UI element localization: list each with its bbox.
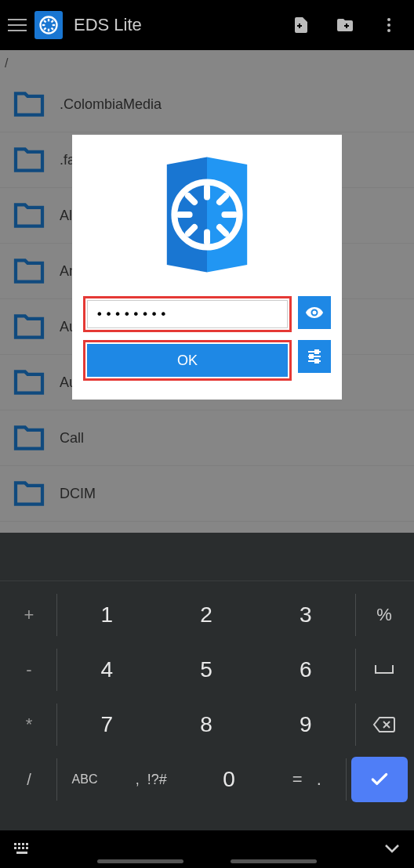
navigation-bar [0, 830, 414, 868]
key-percent[interactable]: % [356, 588, 412, 642]
new-folder-icon[interactable] [336, 16, 354, 34]
menu-icon[interactable] [6, 14, 28, 36]
key-enter[interactable] [351, 757, 408, 802]
key-1[interactable]: 1 [57, 588, 157, 642]
key-3[interactable]: 3 [256, 588, 355, 642]
keyboard-suggestion-bar[interactable] [0, 533, 414, 581]
nav-home[interactable] [231, 859, 317, 863]
key-slash[interactable]: / [27, 771, 31, 789]
key-5[interactable]: 5 [157, 642, 256, 697]
svg-rect-38 [26, 847, 28, 849]
keyboard-hide-icon[interactable] [384, 844, 400, 855]
key-plus[interactable]: + [2, 588, 56, 642]
svg-rect-31 [14, 843, 16, 845]
eye-icon [305, 303, 324, 322]
key-4[interactable]: 4 [57, 642, 157, 697]
soft-keyboard: + 1 2 3 % - 4 5 6 * 7 8 9 [0, 533, 414, 830]
svg-line-8 [52, 20, 53, 22]
key-asterisk[interactable]: * [2, 697, 56, 752]
svg-rect-28 [315, 360, 318, 363]
settings-button[interactable] [298, 340, 331, 373]
key-symbols[interactable]: , !?# [112, 752, 190, 807]
key-space[interactable] [356, 642, 412, 697]
key-6[interactable]: 6 [256, 642, 355, 697]
tune-icon [305, 347, 324, 366]
nav-recent[interactable] [97, 859, 183, 863]
app-logo-icon [34, 11, 63, 39]
svg-line-5 [44, 20, 45, 22]
svg-rect-32 [18, 843, 20, 845]
key-2[interactable]: 2 [157, 588, 256, 642]
svg-rect-34 [26, 843, 28, 845]
svg-line-22 [220, 196, 226, 202]
svg-line-20 [220, 227, 226, 233]
svg-point-10 [387, 24, 390, 27]
key-equals-dot[interactable]: = . [268, 752, 346, 807]
svg-rect-24 [315, 350, 318, 353]
new-file-icon[interactable] [292, 16, 310, 34]
key-7[interactable]: 7 [57, 697, 157, 752]
space-icon [373, 663, 395, 677]
app-bar: EDS Lite [0, 0, 414, 50]
ok-button[interactable]: OK [87, 344, 288, 377]
svg-point-11 [387, 29, 390, 32]
svg-rect-37 [22, 847, 24, 849]
svg-rect-39 [16, 852, 27, 854]
svg-line-6 [52, 28, 53, 30]
password-input[interactable] [87, 300, 288, 328]
svg-rect-33 [22, 843, 24, 845]
dialog-logo-icon [83, 152, 331, 277]
svg-point-9 [387, 18, 390, 21]
key-0[interactable]: 0 [190, 752, 267, 807]
password-dialog: OK [72, 135, 342, 400]
svg-line-19 [188, 196, 194, 202]
password-field-highlight [83, 296, 292, 332]
svg-rect-36 [18, 847, 20, 849]
app-title: EDS Lite [74, 15, 142, 35]
svg-rect-35 [14, 847, 16, 849]
svg-rect-26 [310, 355, 313, 358]
toggle-visibility-button[interactable] [298, 296, 331, 329]
svg-line-21 [188, 227, 194, 233]
key-abc[interactable]: ABC [57, 752, 112, 807]
svg-line-7 [44, 28, 45, 30]
key-minus[interactable]: - [2, 642, 56, 697]
more-icon[interactable] [380, 16, 398, 34]
ok-button-highlight: OK [83, 340, 292, 381]
key-9[interactable]: 9 [256, 697, 355, 752]
keyboard-switch-icon[interactable] [14, 843, 31, 855]
key-backspace[interactable] [356, 697, 412, 752]
backspace-icon [372, 716, 396, 733]
key-8[interactable]: 8 [157, 697, 256, 752]
check-icon [369, 769, 390, 790]
